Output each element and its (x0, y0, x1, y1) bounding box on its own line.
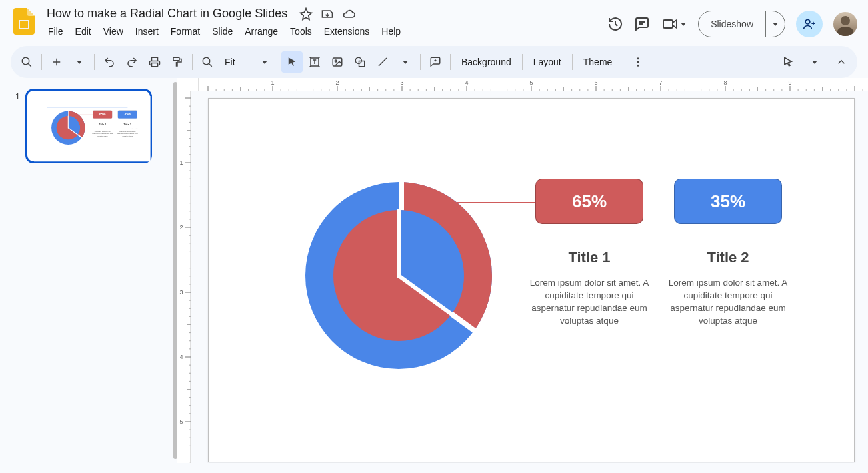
theme-button[interactable]: Theme (577, 51, 619, 73)
svg-text:7: 7 (659, 79, 662, 86)
history-icon[interactable] (607, 16, 623, 32)
svg-point-8 (335, 60, 337, 62)
collapse-toolbar-icon[interactable] (831, 51, 852, 73)
svg-text:4: 4 (465, 79, 468, 86)
comment-add-icon[interactable] (425, 51, 446, 73)
menu-help[interactable]: Help (376, 23, 406, 39)
pointer-mode-icon[interactable] (777, 51, 799, 73)
svg-point-1 (805, 19, 810, 24)
new-slide-dropdown[interactable] (69, 51, 90, 73)
slide-number: 1 (7, 89, 20, 452)
slides-logo[interactable] (11, 8, 37, 35)
select-tool-icon[interactable] (281, 51, 303, 73)
svg-text:1: 1 (179, 159, 183, 166)
zoom-select[interactable]: Fit (219, 51, 273, 73)
comments-icon[interactable] (634, 16, 650, 32)
menu-tools[interactable]: Tools (285, 23, 317, 39)
undo-icon[interactable] (99, 51, 120, 73)
new-slide-icon[interactable] (46, 51, 67, 73)
menu-arrange[interactable]: Arrange (239, 23, 283, 39)
text-block-1[interactable]: Title 1Lorem ipsum dolor sit amet. A cup… (92, 123, 113, 137)
shape-icon[interactable] (349, 51, 371, 73)
meet-icon[interactable] (661, 16, 687, 32)
svg-text:5: 5 (529, 79, 533, 86)
cloud-icon[interactable] (342, 7, 355, 21)
share-button[interactable] (796, 11, 823, 37)
radial-chart[interactable] (302, 179, 495, 372)
svg-text:4: 4 (179, 354, 183, 360)
menu-slide[interactable]: Slide (207, 23, 238, 39)
line-dropdown[interactable] (395, 51, 416, 73)
background-button[interactable]: Background (455, 51, 518, 73)
svg-text:1: 1 (271, 79, 274, 86)
canvas-area: 123456789 12345 65% (177, 78, 868, 463)
svg-rect-10 (359, 61, 365, 67)
menu-view[interactable]: View (98, 23, 129, 39)
svg-rect-4 (173, 57, 179, 61)
redo-icon[interactable] (121, 51, 143, 73)
callout-35[interactable]: 35% (674, 179, 782, 224)
svg-text:2: 2 (179, 224, 183, 231)
text-block-2[interactable]: Title 2Lorem ipsum dolor sit amet. A cup… (668, 249, 788, 328)
slideshow-dropdown[interactable] (765, 11, 785, 37)
callout-65[interactable]: 65% (535, 179, 643, 224)
move-icon[interactable] (321, 7, 334, 21)
svg-point-2 (22, 57, 29, 65)
svg-text:6: 6 (594, 79, 597, 86)
more-icon[interactable] (627, 51, 649, 73)
print-icon[interactable] (144, 51, 165, 73)
svg-text:3: 3 (179, 289, 183, 296)
textbox-icon[interactable] (304, 51, 325, 73)
slideshow-label[interactable]: Slideshow (699, 19, 765, 29)
menubar: File Edit View Insert Format Slide Arran… (43, 23, 602, 39)
svg-rect-3 (152, 63, 158, 67)
menu-format[interactable]: Format (165, 23, 205, 39)
search-menus-icon[interactable] (16, 51, 37, 73)
line-icon[interactable] (372, 51, 393, 73)
pointer-mode-dropdown[interactable] (804, 51, 825, 73)
ruler-horizontal: 123456789 (199, 78, 868, 91)
svg-text:2: 2 (335, 79, 339, 86)
svg-rect-0 (663, 20, 673, 28)
zoom-icon[interactable] (197, 51, 218, 73)
paint-format-icon[interactable] (167, 51, 188, 73)
radial-chart[interactable] (51, 111, 85, 145)
slideshow-button[interactable]: Slideshow (698, 11, 785, 37)
slide-thumbnail[interactable]: 65% 35% Title 1Lorem ipsum dolor sit ame… (25, 89, 152, 163)
svg-point-13 (637, 65, 639, 67)
svg-point-12 (637, 61, 639, 63)
filmstrip: 1 65% 35% Title 1Lorem ipsum dolor sit (0, 78, 173, 463)
document-title[interactable]: How to make a Radial Chart in Google Sli… (43, 5, 291, 22)
callout-35[interactable]: 35% (118, 111, 137, 119)
menu-edit[interactable]: Edit (70, 23, 97, 39)
ruler-corner (177, 78, 199, 91)
svg-text:8: 8 (723, 79, 727, 86)
text-block-2[interactable]: Title 2Lorem ipsum dolor sit amet. A cup… (117, 123, 138, 137)
image-icon[interactable] (327, 51, 348, 73)
ruler-vertical: 12345 (177, 91, 191, 463)
slide-canvas[interactable]: 65% 35% Title 1Lorem ipsum dolor sit ame… (208, 98, 855, 462)
svg-point-5 (203, 57, 210, 65)
svg-text:9: 9 (788, 79, 791, 86)
text-block-1[interactable]: Title 1Lorem ipsum dolor sit amet. A cup… (529, 249, 649, 328)
toolbar: Fit Background Layout Theme (11, 46, 857, 78)
layout-button[interactable]: Layout (527, 51, 568, 73)
svg-text:5: 5 (179, 418, 183, 425)
menu-file[interactable]: File (43, 23, 69, 39)
account-avatar[interactable] (833, 12, 857, 36)
svg-point-11 (637, 57, 639, 59)
menu-extensions[interactable]: Extensions (319, 23, 375, 39)
menu-insert[interactable]: Insert (130, 23, 164, 39)
zoom-value: Fit (225, 57, 235, 67)
svg-text:3: 3 (400, 79, 403, 86)
callout-65[interactable]: 65% (93, 111, 112, 119)
star-icon[interactable] (299, 7, 313, 21)
